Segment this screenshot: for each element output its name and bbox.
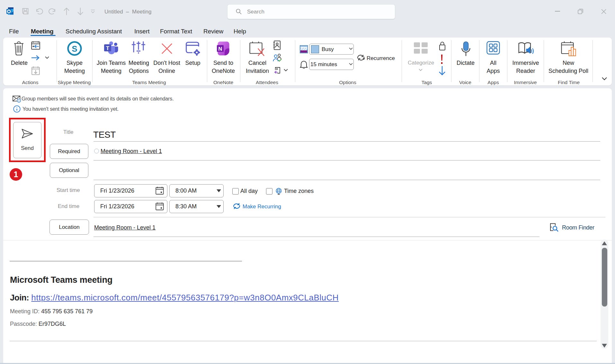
svg-text:S: S [72, 44, 77, 54]
svg-text:N: N [218, 46, 222, 52]
svg-text:T: T [106, 45, 110, 51]
